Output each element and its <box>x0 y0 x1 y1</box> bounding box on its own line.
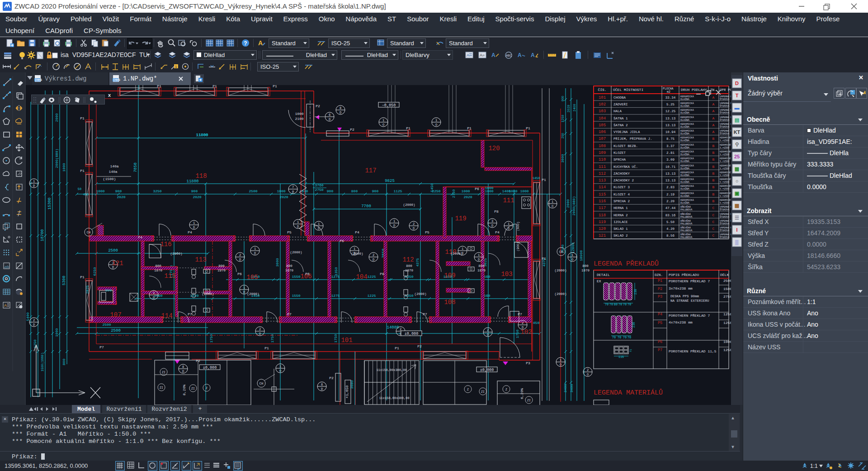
svg-text:105: 105 <box>246 274 258 281</box>
svg-text:3: 3 <box>491 219 493 223</box>
svg-text:EX: EX <box>597 279 601 283</box>
svg-text:1750: 1750 <box>334 334 338 343</box>
svg-text:A: A <box>467 53 469 57</box>
svg-text:3760: 3760 <box>315 183 323 187</box>
svg-text:m2: m2 <box>667 90 670 94</box>
svg-text:ZI: ZI <box>191 387 195 390</box>
svg-text:1000: 1000 <box>295 112 303 116</box>
svg-text:109: 109 <box>444 272 455 279</box>
svg-text:(900): (900) <box>516 242 520 251</box>
svg-text:P6: P6 <box>475 187 479 191</box>
svg-text:VÁPENNÁ OMÍTKA: VÁPENNÁ OMÍTKA <box>720 205 731 209</box>
svg-text:1: 1 <box>243 286 245 290</box>
svg-text:2.81: 2.81 <box>666 151 675 155</box>
svg-text:13.13: 13.13 <box>665 179 676 182</box>
svg-text:DLAŽBA: DLAŽBA <box>680 119 690 122</box>
svg-text:15300: 15300 <box>47 197 52 209</box>
svg-text:PALUBOVÁ: PALUBOVÁ <box>680 215 693 219</box>
svg-text:▒: ▒ <box>735 239 739 245</box>
svg-text:18900: 18900 <box>579 250 583 261</box>
svg-text:IZOLACE: IZOLACE <box>613 220 628 224</box>
svg-text:V.=1500: V.=1500 <box>720 174 729 177</box>
svg-text:KUCHYŇKA UČ.: KUCHYŇKA UČ. <box>613 165 638 169</box>
svg-text:(2000): (2000) <box>170 252 182 256</box>
svg-text:2500: 2500 <box>102 323 111 327</box>
svg-text:(2000): (2000) <box>202 292 214 296</box>
svg-text:C: C <box>712 213 715 217</box>
svg-text:2: 2 <box>373 253 374 257</box>
svg-text:(2000): (2000) <box>403 203 415 207</box>
svg-text:DLAŽBA: DLAŽBA <box>680 201 690 205</box>
svg-text:A: A <box>712 109 715 113</box>
svg-text:70: 70 <box>623 336 627 339</box>
svg-text:P1: P1 <box>658 279 662 283</box>
svg-text:2: 2 <box>413 222 415 226</box>
svg-text:238: 238 <box>632 322 636 328</box>
svg-text:D: D <box>153 296 155 300</box>
svg-text:ŠTUKOVÁ: ŠTUKOVÁ <box>720 98 729 101</box>
svg-text:DLAŽBA: DLAŽBA <box>680 105 690 108</box>
svg-text:NA STRANĚ EXTERIÉRU: NA STRANĚ EXTERIÉRU <box>670 299 709 303</box>
svg-text:Z: Z <box>505 388 507 391</box>
svg-text:1250: 1250 <box>723 348 731 352</box>
svg-text:V.=1500: V.=1500 <box>720 181 729 184</box>
svg-text:800: 800 <box>582 264 589 268</box>
svg-text:106: 106 <box>599 130 606 134</box>
svg-text:±0,000: ±0,000 <box>480 368 494 372</box>
svg-text:2000: 2000 <box>55 113 59 122</box>
svg-text:(2000): (2000) <box>554 292 566 296</box>
svg-text:8.56: 8.56 <box>666 234 675 238</box>
svg-text:D: D <box>329 118 330 121</box>
svg-text:KLOZET 3: KLOZET 3 <box>613 186 630 189</box>
svg-text:D: D <box>182 370 184 373</box>
svg-text:±0,000: ±0,000 <box>405 332 419 336</box>
svg-text:121: 121 <box>599 233 606 238</box>
svg-text:110: 110 <box>599 157 606 162</box>
svg-text:P5: P5 <box>425 230 429 234</box>
svg-text:PALUBOVÁ: PALUBOVÁ <box>680 229 693 232</box>
svg-text:1: 1 <box>571 253 573 257</box>
svg-text:D: D <box>340 111 341 114</box>
svg-text:⚲: ⚲ <box>735 142 739 147</box>
svg-text:P7: P7 <box>287 312 292 316</box>
svg-text:1970: 1970 <box>154 269 163 272</box>
svg-text:D: D <box>487 333 489 337</box>
svg-text:D: D <box>491 224 493 228</box>
svg-text:A: A <box>258 39 263 47</box>
svg-text:1000: 1000 <box>277 189 285 193</box>
svg-text:DLAŽBA: DLAŽBA <box>680 174 690 177</box>
svg-text:1970: 1970 <box>477 269 486 272</box>
svg-text:900: 900 <box>115 189 122 193</box>
svg-text:SKLAD 1: SKLAD 1 <box>613 227 628 231</box>
svg-text:P8: P8 <box>380 272 384 276</box>
svg-text:1350: 1350 <box>405 294 413 298</box>
svg-text:119: 119 <box>599 220 606 224</box>
svg-text:7850: 7850 <box>133 162 138 172</box>
svg-text:ZÁCHODKY 2: ZÁCHODKY 2 <box>613 179 634 182</box>
svg-text:B: B <box>712 171 715 176</box>
svg-text:104: 104 <box>599 116 606 121</box>
svg-text:ZI: ZI <box>160 386 163 390</box>
svg-text:DLAŽBA: DLAŽBA <box>680 139 690 142</box>
svg-text:P1: P1 <box>212 85 217 88</box>
svg-text:2000(880): 2000(880) <box>572 196 576 215</box>
svg-text:47.44: 47.44 <box>665 206 676 210</box>
svg-text:2750: 2750 <box>315 188 323 192</box>
svg-text:1: 1 <box>435 119 437 122</box>
svg-text:P1: P1 <box>526 126 530 130</box>
svg-text:1: 1 <box>393 219 395 223</box>
svg-text:50: 50 <box>78 187 81 191</box>
svg-text:B: B <box>712 199 715 203</box>
svg-text:1: 1 <box>354 247 355 251</box>
svg-text:11800: 11800 <box>196 133 208 138</box>
svg-text:1500(1880): 1500(1880) <box>41 352 44 371</box>
svg-text:101: 101 <box>599 95 606 100</box>
svg-text:DETAIL: DETAIL <box>597 273 610 277</box>
svg-text:ŠTUKOVÁ: ŠTUKOVÁ <box>720 125 729 128</box>
svg-text:DZN.: DZN. <box>655 273 663 277</box>
svg-text:2020: 2020 <box>279 195 288 199</box>
svg-text:103: 103 <box>599 109 606 114</box>
svg-text:113: 113 <box>599 178 606 183</box>
svg-text:2020: 2020 <box>193 195 201 199</box>
svg-text:PALUBOVÁ: PALUBOVÁ <box>680 208 693 211</box>
